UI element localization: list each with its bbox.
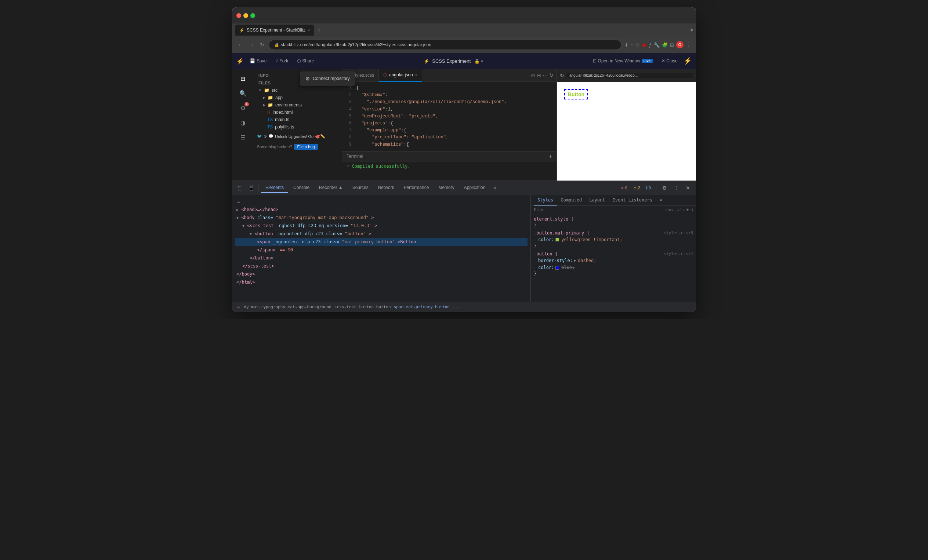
styles-tab-computed[interactable]: Computed bbox=[557, 195, 586, 206]
ext1[interactable]: ƒ bbox=[649, 42, 652, 48]
back-button[interactable]: ← bbox=[237, 40, 244, 49]
columns-icon[interactable]: ⊟ bbox=[537, 72, 541, 78]
twitter-icon[interactable]: 🐦 bbox=[257, 134, 262, 139]
info-badge[interactable]: ℹ 3 bbox=[644, 185, 653, 191]
dom-line-head[interactable]: ▶ <head>…</head> bbox=[235, 206, 528, 214]
environments-folder[interactable]: ▶ 📁 environments bbox=[254, 101, 342, 108]
bookmark-icon[interactable]: ☆ bbox=[635, 42, 640, 48]
dt-tab-network[interactable]: Network bbox=[374, 183, 399, 193]
breadcrumb-scss-test[interactable]: scss-test bbox=[334, 305, 356, 309]
filter-hint[interactable]: :hov bbox=[664, 208, 674, 212]
breadcrumb-body[interactable]: dy.mat-typography.mat-app-background bbox=[244, 305, 331, 309]
dom-line-span[interactable]: <span _ngcontent-dfp-c23 class= "mat-pri… bbox=[235, 238, 528, 246]
new-tab-button[interactable]: + bbox=[314, 26, 324, 34]
file-bug-button[interactable]: File a bug bbox=[294, 144, 317, 150]
open-in-new-window-button[interactable]: ⊡ Open in New Window LIVE bbox=[590, 57, 656, 65]
app-folder[interactable]: ▶ 📁 app bbox=[254, 94, 342, 101]
refresh-preview-icon[interactable]: ↻ bbox=[549, 72, 554, 78]
filter-input[interactable] bbox=[534, 208, 662, 212]
filter-cls-hint[interactable]: .cls bbox=[675, 208, 685, 212]
breadcrumb-button[interactable]: button.button bbox=[359, 305, 391, 309]
sidebar-settings-icon[interactable]: ⚙ 1 bbox=[237, 101, 250, 114]
dt-tab-sources[interactable]: Sources bbox=[348, 183, 373, 193]
polyfills-ts-file[interactable]: TS polyfills.ts bbox=[254, 123, 342, 131]
color-swatch-yellowgreen[interactable] bbox=[556, 238, 559, 241]
warning-badge[interactable]: ⚠ 2 bbox=[631, 185, 643, 191]
dt-close-icon[interactable]: ✕ bbox=[683, 183, 693, 193]
terminal-add-btn[interactable]: + bbox=[549, 153, 552, 160]
close-button[interactable]: ✕ Close bbox=[659, 57, 681, 65]
split-icon[interactable]: ⊘ bbox=[531, 72, 535, 78]
sidebar-search-icon[interactable]: 🔍 bbox=[237, 87, 250, 100]
toggle-sidebar-icon[interactable]: ⊣ bbox=[690, 208, 693, 212]
ext3[interactable]: 🧩 bbox=[662, 42, 668, 48]
fork-button[interactable]: ⑂ Fork bbox=[272, 57, 291, 65]
preview-refresh-icon[interactable]: ↻ bbox=[560, 73, 564, 79]
youtube-ext[interactable]: ▶ bbox=[643, 42, 647, 48]
refresh-button[interactable]: ↻ bbox=[258, 40, 266, 49]
devtools-select-icon[interactable]: ⬚ bbox=[235, 183, 245, 193]
dt-settings-icon[interactable]: ⚙ bbox=[659, 183, 670, 193]
src-folder[interactable]: ▼ 📁 src bbox=[254, 87, 342, 94]
dt-tab-recorder[interactable]: Recorder ▲ bbox=[314, 183, 347, 193]
dt-tab-application[interactable]: Application bbox=[459, 183, 490, 193]
sidebar-files-icon[interactable]: ⊞ bbox=[237, 72, 250, 85]
index-html-file[interactable]: H index.html bbox=[254, 108, 342, 116]
breadcrumb-more[interactable]: ⋯ bbox=[235, 303, 242, 310]
dom-line-body-close[interactable]: </body> bbox=[235, 270, 528, 278]
dom-more-btn[interactable]: ⋯ bbox=[235, 198, 528, 206]
ext2[interactable]: 🔧 bbox=[654, 42, 660, 48]
dt-tab-memory[interactable]: Memory bbox=[434, 183, 458, 193]
breadcrumb-ellipsis[interactable]: ... bbox=[453, 305, 460, 309]
ext4[interactable]: ⊞ bbox=[670, 42, 674, 48]
main-ts-file[interactable]: TS main.ts bbox=[254, 116, 342, 123]
dt-more-tabs-btn[interactable]: » bbox=[490, 183, 499, 192]
chat-icon[interactable]: 💬 bbox=[268, 134, 273, 139]
styles-tab-more[interactable]: » bbox=[656, 195, 666, 206]
dom-line-button-close[interactable]: </button> bbox=[235, 254, 528, 262]
dt-tab-elements[interactable]: Elements bbox=[261, 183, 288, 193]
dt-tab-console[interactable]: Console bbox=[289, 183, 314, 193]
dom-line-body[interactable]: ▼ <body class= "mat-typography mat-app-b… bbox=[235, 214, 528, 222]
devtools-device-icon[interactable]: 📱 bbox=[246, 183, 256, 193]
sidebar-theme-icon[interactable]: ◑ bbox=[237, 116, 250, 129]
profile-icon[interactable]: O bbox=[676, 41, 684, 49]
color-swatch-blue[interactable] bbox=[556, 266, 559, 270]
share-icon[interactable]: ↑ bbox=[631, 42, 633, 48]
dom-line-button[interactable]: ▼ <button _ngcontent-dfp-c23 class= "but… bbox=[235, 230, 528, 238]
close-traffic-light[interactable] bbox=[237, 13, 241, 18]
browser-tab-stackblitz[interactable]: ⚡ SCSS Experiment - StackBlitz × bbox=[235, 24, 314, 36]
dom-line-scss-test[interactable]: ▼ <scss-test _nghost-dfp-c23 ng-version=… bbox=[235, 222, 528, 230]
forward-button[interactable]: → bbox=[247, 40, 255, 49]
browser-tab-close[interactable]: × bbox=[308, 28, 310, 32]
chrome-menu[interactable]: ⋮ bbox=[686, 41, 691, 49]
border-triangle-icon[interactable]: ▶ bbox=[574, 258, 576, 264]
breadcrumb-span[interactable]: span.mat-primary.button bbox=[394, 305, 450, 309]
dt-tab-performance[interactable]: Performance bbox=[399, 183, 433, 193]
dom-line-html-close[interactable]: </html> bbox=[235, 278, 528, 286]
more-icon[interactable]: ⋯ bbox=[543, 72, 548, 78]
dom-line-span-close[interactable]: </span> == $0 bbox=[235, 246, 528, 254]
save-button[interactable]: 💾 Save bbox=[247, 57, 269, 65]
angular-json-tab[interactable]: ⬡ angular.json × bbox=[379, 69, 422, 82]
share-button[interactable]: ⬡ Share bbox=[294, 57, 317, 65]
dom-line-scss-test-close[interactable]: </scss-test> bbox=[235, 262, 528, 270]
add-style-icon[interactable]: + bbox=[687, 208, 689, 212]
dt-menu-icon[interactable]: ⋮ bbox=[671, 183, 681, 193]
styles-tab-layout[interactable]: Layout bbox=[586, 195, 609, 206]
style-source-button[interactable]: styles.css:4 bbox=[664, 251, 693, 256]
minimize-traffic-light[interactable] bbox=[243, 13, 248, 18]
styles-tab-event-listeners[interactable]: Event Listeners bbox=[609, 195, 656, 206]
dropdown-arrow-icon[interactable]: ▾ bbox=[481, 59, 483, 64]
download-icon[interactable]: ⬇ bbox=[624, 42, 629, 48]
angular-tab-close[interactable]: × bbox=[415, 73, 417, 77]
address-input[interactable]: 🔒 stackblitz.com/edit/angular-r9tzuk-2ji… bbox=[269, 40, 621, 50]
tab-menu-icon[interactable]: ▾ bbox=[690, 27, 693, 33]
github-icon[interactable]: ⊛ bbox=[264, 134, 267, 139]
sidebar-menu-icon[interactable]: ☰ bbox=[237, 131, 250, 144]
maximize-traffic-light[interactable] bbox=[250, 13, 255, 18]
connect-repo-popup[interactable]: ⊛ Connect repository bbox=[300, 72, 355, 85]
error-badge[interactable]: ✕ 6 bbox=[618, 185, 630, 191]
styles-tab-styles[interactable]: Styles bbox=[534, 195, 557, 206]
style-source-mat-primary[interactable]: styles.css:8 bbox=[664, 230, 693, 236]
